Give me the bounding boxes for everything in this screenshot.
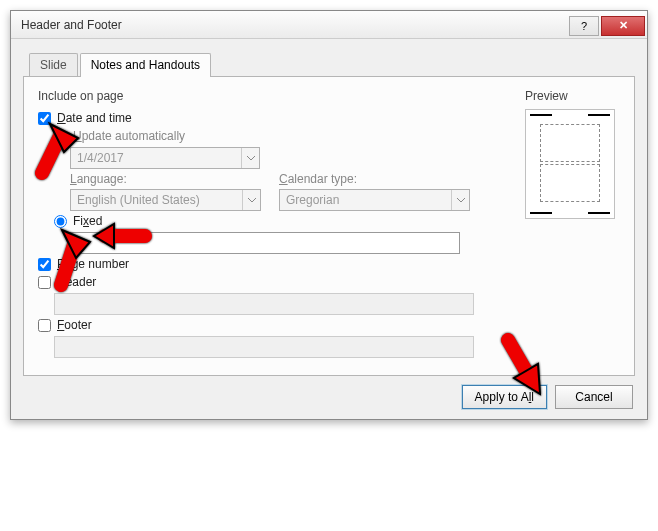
footer-checkbox[interactable] — [38, 319, 51, 332]
tab-notes-handouts[interactable]: Notes and Handouts — [80, 53, 211, 76]
close-button[interactable]: ✕ — [601, 16, 645, 36]
datetime-label: Date and time — [57, 111, 132, 126]
fixed-input[interactable] — [70, 232, 460, 254]
calendar-col: Calendar type: Gregorian — [279, 172, 470, 211]
preview-group: Preview — [525, 89, 620, 219]
header-label: Header — [57, 275, 96, 290]
apply-to-all-button[interactable]: Apply to All — [462, 385, 547, 409]
pagenum-label: Page number — [57, 257, 129, 272]
preview-label: Preview — [525, 89, 620, 103]
chevron-down-icon — [451, 190, 469, 210]
fixed-input-row — [70, 232, 620, 254]
dialog-buttons: Apply to All Cancel — [462, 385, 633, 409]
text-cursor — [75, 236, 76, 250]
cancel-button[interactable]: Cancel — [555, 385, 633, 409]
window-title: Header and Footer — [21, 18, 569, 32]
tabpage-notes: Include on page Date and time Update aut… — [23, 76, 635, 376]
chevron-down-icon — [241, 148, 259, 168]
footer-input-row — [54, 336, 620, 358]
preview-header-right — [588, 114, 610, 116]
dialog-client: Slide Notes and Handouts Include on page… — [11, 39, 647, 419]
language-label: Language: — [70, 172, 261, 187]
header-input[interactable] — [54, 293, 474, 315]
date-dropdown-value: 1/4/2017 — [77, 151, 124, 165]
update-auto-radio[interactable] — [54, 130, 67, 143]
datetime-checkbox[interactable] — [38, 112, 51, 125]
preview-header-left — [530, 114, 552, 116]
help-button[interactable]: ? — [569, 16, 599, 36]
footer-row: Footer — [38, 318, 620, 333]
calendar-dropdown[interactable]: Gregorian — [279, 189, 470, 211]
preview-thumbnail — [525, 109, 615, 219]
tabstrip: Slide Notes and Handouts — [29, 53, 635, 76]
header-input-row — [54, 293, 620, 315]
language-col: Language: English (United States) — [70, 172, 261, 211]
date-dropdown[interactable]: 1/4/2017 — [70, 147, 260, 169]
language-dropdown-value: English (United States) — [77, 193, 200, 207]
preview-content-top — [540, 124, 600, 162]
header-row: Header — [38, 275, 620, 290]
language-dropdown[interactable]: English (United States) — [70, 189, 261, 211]
footer-label: Footer — [57, 318, 92, 333]
fixed-radio[interactable] — [54, 215, 67, 228]
calendar-dropdown-value: Gregorian — [286, 193, 339, 207]
preview-footer-right — [588, 212, 610, 214]
preview-content-bottom — [540, 164, 600, 202]
footer-input[interactable] — [54, 336, 474, 358]
fixed-label: Fixed — [73, 214, 102, 229]
pagenum-checkbox[interactable] — [38, 258, 51, 271]
pagenum-row: Page number — [38, 257, 620, 272]
tabs: Slide Notes and Handouts Include on page… — [23, 53, 635, 376]
calendar-label: Calendar type: — [279, 172, 470, 187]
titlebar: Header and Footer ? ✕ — [11, 11, 647, 39]
header-checkbox[interactable] — [38, 276, 51, 289]
titlebar-buttons: ? ✕ — [569, 14, 647, 36]
update-auto-label: Update automatically — [73, 129, 185, 144]
chevron-down-icon — [242, 190, 260, 210]
preview-footer-left — [530, 212, 552, 214]
tab-slide[interactable]: Slide — [29, 53, 78, 76]
header-footer-dialog: Header and Footer ? ✕ Slide Notes and Ha… — [10, 10, 648, 420]
